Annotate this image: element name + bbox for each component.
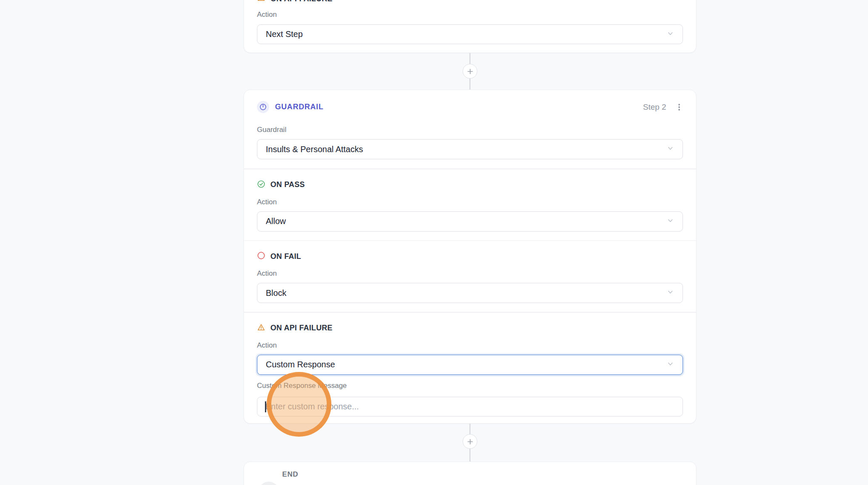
chevron-down-icon (667, 288, 674, 298)
step-card-guardrail: GUARDRAIL Step 2 Guardrail Insults & Per… (243, 90, 696, 424)
add-step-button[interactable] (463, 64, 477, 79)
action-select-value: Next Step (266, 29, 303, 39)
on-api-failure-section-header: ON API FAILURE (257, 324, 683, 332)
section-title: ON PASS (270, 180, 305, 189)
custom-response-message-label: Custom Response Message (257, 382, 683, 390)
warning-triangle-icon (257, 0, 265, 4)
on-api-failure-action-select[interactable]: Custom Response (257, 355, 683, 375)
custom-response-input-wrap (257, 397, 683, 416)
check-circle-icon (257, 180, 265, 190)
guardrail-card-header: GUARDRAIL Step 2 (257, 101, 683, 113)
add-step-button[interactable] (463, 434, 477, 449)
text-caret (265, 401, 266, 412)
guardrail-select[interactable]: Insults & Personal Attacks (257, 139, 683, 159)
guardrail-select-value: Insults & Personal Attacks (266, 145, 363, 154)
kebab-menu-icon[interactable] (675, 103, 683, 112)
on-pass-section-header: ON PASS (257, 181, 683, 189)
workflow-canvas: ON API FAILURE Action Next Step (0, 0, 868, 485)
section-divider (244, 312, 696, 313)
section-title: ON FAIL (270, 252, 301, 261)
warning-triangle-icon (257, 323, 265, 333)
action-select-value: Allow (266, 216, 286, 226)
section-title: ON API FAILURE (270, 0, 333, 3)
section-title: ON API FAILURE (270, 324, 333, 332)
section-divider (244, 240, 696, 241)
chevron-down-icon (667, 145, 674, 154)
end-type-label: END (282, 470, 683, 479)
action-select-value: Block (266, 288, 286, 298)
fail-circle-icon (257, 251, 265, 261)
step-card-end: END Continue to LLM (243, 461, 696, 485)
section-divider (244, 169, 696, 169)
on-fail-action-select[interactable]: Block (257, 283, 683, 303)
end-row: Continue to LLM (259, 482, 683, 485)
action-select[interactable]: Next Step (257, 24, 683, 44)
gauge-icon (257, 101, 269, 113)
guardrail-field-label: Guardrail (257, 126, 683, 134)
action-label: Action (257, 341, 683, 350)
action-label: Action (257, 269, 683, 278)
step-card-previous: ON API FAILURE Action Next Step (243, 0, 696, 53)
on-pass-action-select[interactable]: Allow (257, 211, 683, 232)
step-number-label: Step 2 (643, 103, 666, 112)
end-circle-icon (259, 482, 279, 485)
action-label: Action (257, 11, 683, 19)
action-label: Action (257, 198, 683, 206)
chevron-down-icon (667, 30, 674, 39)
chevron-down-icon (667, 217, 674, 226)
on-fail-section-header: ON FAIL (257, 252, 683, 261)
chevron-down-icon (667, 360, 674, 369)
action-select-value: Custom Response (266, 360, 335, 369)
custom-response-input[interactable] (257, 397, 683, 416)
on-api-failure-section-header: ON API FAILURE (257, 0, 683, 3)
step-type-title: GUARDRAIL (275, 103, 323, 111)
